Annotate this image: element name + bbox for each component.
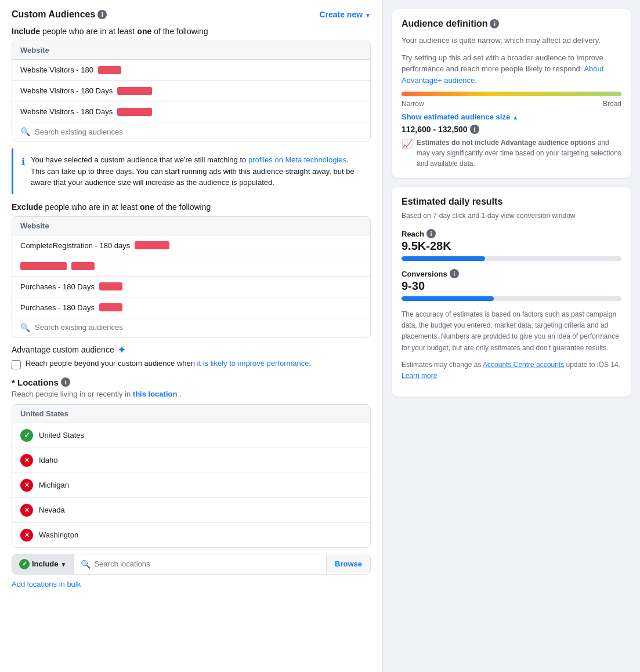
estimates-notice: 📈 Estimates do not include Advantage aud… bbox=[402, 137, 621, 169]
learn-more-link[interactable]: Learn more bbox=[402, 372, 437, 380]
include-label: Include people who are in at least one o… bbox=[12, 27, 371, 36]
browse-label: Browse bbox=[335, 560, 362, 568]
audience-definition-card: Audience definition i Your audience is q… bbox=[392, 9, 631, 178]
location-item[interactable]: ✕ Michigan bbox=[12, 473, 370, 498]
include-text2: of the following bbox=[154, 27, 208, 36]
advantage-label: Advantage custom audience bbox=[12, 345, 114, 354]
location-search-input[interactable] bbox=[94, 560, 319, 568]
location-exclude-icon: ✕ bbox=[20, 479, 33, 492]
include-search-input[interactable] bbox=[35, 128, 362, 136]
exclude-search-row: 🔍 bbox=[12, 318, 370, 337]
exc-redacted-2 bbox=[20, 262, 67, 270]
exclude-audience-item[interactable]: Purchases - 180 Days bbox=[12, 277, 370, 297]
exclude-item-text-4: Purchases - 180 Days bbox=[20, 303, 95, 312]
include-audience-item[interactable]: Website Visitors - 180 Days bbox=[12, 101, 370, 122]
conversions-label: Conversions i bbox=[402, 269, 621, 278]
create-new-button[interactable]: Create new bbox=[319, 10, 371, 19]
include-audience-item[interactable]: Website Visitors - 180 Days bbox=[12, 81, 370, 101]
create-new-label: Create new bbox=[319, 10, 363, 19]
browse-button[interactable]: Browse bbox=[326, 555, 370, 573]
location-item[interactable]: ✓ United States bbox=[12, 423, 370, 448]
reach-bar-fill bbox=[402, 256, 485, 261]
daily-results-sub: Based on 7-day click and 1-day view conv… bbox=[402, 210, 621, 221]
location-search-row: 🔍 bbox=[74, 555, 326, 573]
conversions-info-icon[interactable]: i bbox=[450, 269, 459, 278]
locations-sub: Reach people living in or recently in th… bbox=[12, 390, 371, 398]
show-estimated-size[interactable]: Show estimated audience size bbox=[402, 112, 621, 121]
section-title: Custom Audiences i bbox=[12, 9, 107, 20]
location-exclude-icon: ✕ bbox=[20, 504, 33, 517]
include-item-text-2: Website Visitors - 180 Days bbox=[20, 86, 113, 95]
include-audience-item[interactable]: Website Visitors - 180 bbox=[12, 60, 370, 81]
left-panel: Custom Audiences i Create new Include pe… bbox=[0, 0, 383, 672]
accounts-end: update to iOS 14. bbox=[566, 361, 620, 369]
aud-tip-text: Try setting up this ad set with a broade… bbox=[402, 53, 603, 74]
reach-value: 9.5K-28K bbox=[402, 239, 621, 253]
location-item[interactable]: ✕ Nevada bbox=[12, 498, 370, 523]
audience-definition-title: Audience definition i bbox=[402, 19, 621, 29]
exclude-one: one bbox=[140, 202, 154, 212]
exclude-audience-item[interactable] bbox=[12, 256, 370, 277]
reach-label: Reach i bbox=[402, 229, 621, 238]
locations-box-header: United States bbox=[12, 405, 370, 423]
search-icon-location: 🔍 bbox=[81, 560, 91, 569]
location-name-3: Michigan bbox=[39, 481, 69, 489]
gauge-broad-label: Broad bbox=[603, 100, 621, 108]
location-item[interactable]: ✕ Idaho bbox=[12, 448, 370, 473]
exclude-audience-box: Website CompleteRegistration - 180 days … bbox=[12, 216, 371, 337]
redacted-badge-3 bbox=[117, 108, 152, 116]
locations-this-link[interactable]: this location bbox=[133, 390, 178, 398]
reach-label-text: Reach bbox=[402, 230, 424, 238]
reach-info-icon[interactable]: i bbox=[426, 229, 436, 238]
audience-size: 112,600 - 132,500 i bbox=[402, 125, 621, 134]
conversions-value: 9-30 bbox=[402, 279, 621, 293]
location-exclude-icon: ✕ bbox=[20, 454, 33, 467]
notice-link[interactable]: profiles on Meta technologies bbox=[248, 155, 346, 164]
advantage-checkbox-row: Reach people beyond your custom audience… bbox=[12, 359, 371, 369]
exclude-item-text-3: Purchases - 180 Days bbox=[20, 282, 95, 291]
trend-icon: 📈 bbox=[402, 137, 413, 169]
location-exclude-icon: ✕ bbox=[20, 529, 33, 542]
audience-desc-tip: Try setting up this ad set with a broade… bbox=[402, 52, 621, 86]
exclude-text2: of the following bbox=[157, 202, 211, 212]
locations-title: * Locations bbox=[12, 377, 59, 387]
include-box-header: Website bbox=[12, 41, 370, 60]
exclude-audience-item[interactable]: Purchases - 180 Days bbox=[12, 297, 370, 318]
include-dropdown[interactable]: ✓ Include bbox=[12, 554, 74, 574]
location-item[interactable]: ✕ Washington bbox=[12, 523, 370, 547]
header-row: Custom Audiences i Create new bbox=[12, 9, 371, 20]
include-item-left-3: Website Visitors - 180 Days bbox=[20, 107, 152, 116]
include-bold: Include bbox=[12, 27, 40, 36]
advantage-link[interactable]: it is likely to improve performance bbox=[197, 359, 309, 368]
location-include-icon: ✓ bbox=[20, 429, 33, 442]
audience-size-info-icon[interactable]: i bbox=[470, 125, 479, 134]
title-info-icon[interactable]: i bbox=[97, 10, 107, 19]
exclude-item-left-3: Purchases - 180 Days bbox=[20, 282, 122, 291]
exclude-search-input[interactable] bbox=[35, 323, 362, 332]
include-search-row: 🔍 bbox=[12, 122, 370, 141]
location-name-4: Nevada bbox=[39, 506, 65, 514]
estimated-daily-results-card: Estimated daily results Based on 7-day c… bbox=[392, 187, 631, 397]
locations-info-icon[interactable]: i bbox=[61, 377, 70, 387]
locations-footer: ✓ Include 🔍 Browse bbox=[12, 554, 371, 575]
accounts-centre-link[interactable]: Accounts Centre accounts bbox=[483, 361, 564, 369]
include-item-text-3: Website Visitors - 180 Days bbox=[20, 107, 113, 116]
daily-results-title: Estimated daily results bbox=[402, 197, 621, 207]
include-label: Include bbox=[32, 560, 59, 568]
exc-redacted-4 bbox=[99, 303, 122, 311]
chevron-down-icon bbox=[365, 10, 371, 19]
exclude-item-left-2 bbox=[20, 262, 95, 270]
show-estimated-label: Show estimated audience size bbox=[402, 112, 510, 121]
aud-def-info-icon[interactable]: i bbox=[490, 19, 499, 28]
exclude-item-left-4: Purchases - 180 Days bbox=[20, 303, 122, 312]
exc-redacted-3 bbox=[99, 282, 122, 290]
accounts-note-text: Estimates may change as bbox=[402, 361, 481, 369]
exclude-audience-item[interactable]: CompleteRegistration - 180 days bbox=[12, 235, 370, 256]
exclude-bold: Exclude bbox=[12, 202, 43, 212]
exclude-item-text-1: CompleteRegistration - 180 days bbox=[20, 241, 130, 250]
conversions-label-text: Conversions bbox=[402, 270, 447, 278]
add-locations-bulk-link[interactable]: Add locations in bulk bbox=[12, 580, 81, 589]
advantage-row: Advantage custom audience ✦ bbox=[12, 344, 371, 355]
plus-icon: ✦ bbox=[118, 344, 125, 355]
advantage-checkbox[interactable] bbox=[12, 360, 21, 369]
